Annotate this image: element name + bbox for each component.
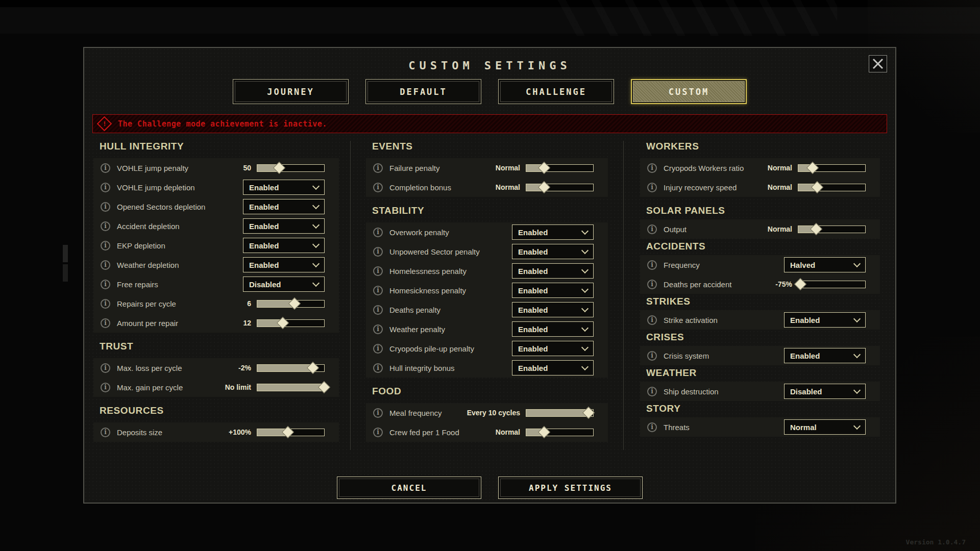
select-weather-penalty[interactable]: Enabled (512, 321, 594, 337)
info-icon[interactable]: i (373, 247, 383, 257)
section-panel: iCrisis systemEnabled (640, 346, 880, 365)
info-icon[interactable]: i (373, 183, 383, 192)
slider-thumb[interactable] (538, 181, 550, 193)
close-button[interactable] (869, 55, 887, 72)
info-icon[interactable]: i (647, 387, 657, 396)
info-icon[interactable]: i (373, 363, 383, 373)
select-unpowered-sector-penalty[interactable]: Enabled (512, 244, 594, 259)
select-weather-depletion[interactable]: Enabled (243, 257, 325, 272)
info-icon[interactable]: i (373, 305, 383, 315)
slider-injury-recovery-speed[interactable] (798, 184, 866, 191)
slider-repairs-per-cycle[interactable] (257, 300, 325, 308)
info-icon[interactable]: i (101, 428, 110, 437)
info-icon[interactable]: i (101, 299, 110, 309)
tab-journey[interactable]: JOURNEY (233, 79, 349, 104)
slider-max-loss-per-cycle[interactable] (257, 364, 325, 372)
slider-thumb[interactable] (806, 162, 818, 174)
select-homelessness-penalty[interactable]: Enabled (512, 263, 594, 279)
info-icon[interactable]: i (647, 280, 657, 289)
info-icon[interactable]: i (373, 324, 383, 334)
info-icon[interactable]: i (373, 408, 383, 418)
info-icon[interactable]: i (373, 428, 383, 437)
info-icon[interactable]: i (373, 344, 383, 354)
select-strike-activation[interactable]: Enabled (784, 312, 866, 328)
setting-label: Opened Sectors depletion (117, 203, 243, 211)
slider-thumb[interactable] (318, 381, 330, 393)
info-icon[interactable]: i (101, 163, 110, 173)
tab-challenge[interactable]: CHALLENGE (498, 79, 614, 104)
info-icon[interactable]: i (373, 286, 383, 295)
info-icon[interactable]: i (101, 183, 110, 192)
info-icon[interactable]: i (101, 280, 110, 289)
slider-thumb[interactable] (794, 278, 806, 290)
slider-thumb[interactable] (282, 426, 294, 438)
setting-row-hull-integrity-bonus: iHull integrity bonusEnabled (366, 358, 608, 378)
slider-cryopods-workers-ratio[interactable] (798, 164, 866, 172)
slider-thumb[interactable] (810, 223, 822, 235)
section-crises: CRISESiCrisis systemEnabled (640, 332, 880, 365)
tab-custom[interactable]: CUSTOM (631, 79, 747, 104)
info-icon[interactable]: i (647, 183, 657, 192)
select-crisis-system[interactable]: Enabled (784, 348, 866, 363)
info-icon[interactable]: i (373, 266, 383, 276)
slider-fill (257, 384, 324, 391)
select-hull-integrity-bonus[interactable]: Enabled (512, 360, 594, 375)
slider-deposits-size[interactable] (257, 429, 325, 436)
section-hull-integrity: HULL INTEGRITYiVOHLE jump penalty50iVOHL… (93, 141, 339, 333)
section-panel: iOverwork penaltyEnablediUnpowered Secto… (366, 222, 608, 378)
slider-max-gain-per-cycle[interactable] (257, 384, 325, 391)
setting-label: Deaths per accident (664, 280, 775, 289)
cancel-button[interactable]: CANCEL (337, 477, 481, 499)
section-title: CRISES (646, 332, 880, 343)
info-icon[interactable]: i (373, 228, 383, 237)
slider-meal-frequency[interactable] (526, 409, 594, 417)
info-icon[interactable]: i (101, 221, 110, 231)
info-icon[interactable]: i (647, 351, 657, 361)
slider-thumb[interactable] (277, 317, 289, 329)
select-overwork-penalty[interactable]: Enabled (512, 224, 594, 240)
section-panel: iMeal frequencyEvery 10 cyclesiCrew fed … (366, 403, 608, 442)
info-icon[interactable]: i (101, 241, 110, 251)
setting-value: Normal (496, 428, 520, 436)
select-cryopods-pile-up-penalty[interactable]: Enabled (512, 341, 594, 356)
slider-thumb[interactable] (811, 181, 823, 193)
info-icon[interactable]: i (647, 163, 657, 173)
info-icon[interactable]: i (647, 315, 657, 325)
section-title: WEATHER (646, 367, 880, 379)
section-workers: WORKERSiCryopods Workers ratioNormaliInj… (640, 141, 880, 197)
slider-vohle-jump-penalty[interactable] (257, 164, 325, 172)
info-icon[interactable]: i (373, 163, 383, 173)
select-vohle-jump-depletion[interactable]: Enabled (243, 180, 325, 195)
slider-failure-penalty[interactable] (526, 164, 594, 172)
info-icon[interactable]: i (101, 383, 110, 392)
slider-thumb[interactable] (538, 162, 550, 174)
select-homesickness-penalty[interactable]: Enabled (512, 283, 594, 298)
info-icon[interactable]: i (647, 224, 657, 234)
slider-thumb[interactable] (288, 297, 301, 310)
slider-thumb[interactable] (307, 362, 319, 374)
select-ship-destruction[interactable]: Disabled (784, 384, 866, 399)
select-threats[interactable]: Normal (784, 419, 866, 435)
slider-thumb[interactable] (538, 426, 550, 438)
select-ekp-depletion[interactable]: Enabled (243, 238, 325, 253)
slider-thumb[interactable] (582, 407, 595, 419)
slider-amount-per-repair[interactable] (257, 319, 325, 327)
info-icon[interactable]: i (101, 363, 110, 373)
slider-deaths-per-accident[interactable] (798, 281, 866, 288)
slider-crew-fed-per-1-food[interactable] (526, 429, 594, 436)
slider-completion-bonus[interactable] (526, 184, 594, 191)
info-icon[interactable]: i (101, 202, 110, 212)
info-icon[interactable]: i (647, 422, 657, 432)
select-accident-depletion[interactable]: Enabled (243, 218, 325, 234)
slider-output[interactable] (798, 226, 866, 233)
tab-default[interactable]: DEFAULT (365, 79, 481, 104)
info-icon[interactable]: i (101, 260, 110, 270)
select-frequency[interactable]: Halved (784, 257, 866, 272)
slider-thumb[interactable] (273, 162, 285, 174)
select-deaths-penalty[interactable]: Enabled (512, 302, 594, 317)
info-icon[interactable]: i (101, 318, 110, 328)
select-opened-sectors-depletion[interactable]: Enabled (243, 199, 325, 214)
apply-settings-button[interactable]: APPLY SETTINGS (498, 477, 643, 499)
select-free-repairs[interactable]: Disabled (243, 277, 325, 292)
info-icon[interactable]: i (647, 260, 657, 270)
